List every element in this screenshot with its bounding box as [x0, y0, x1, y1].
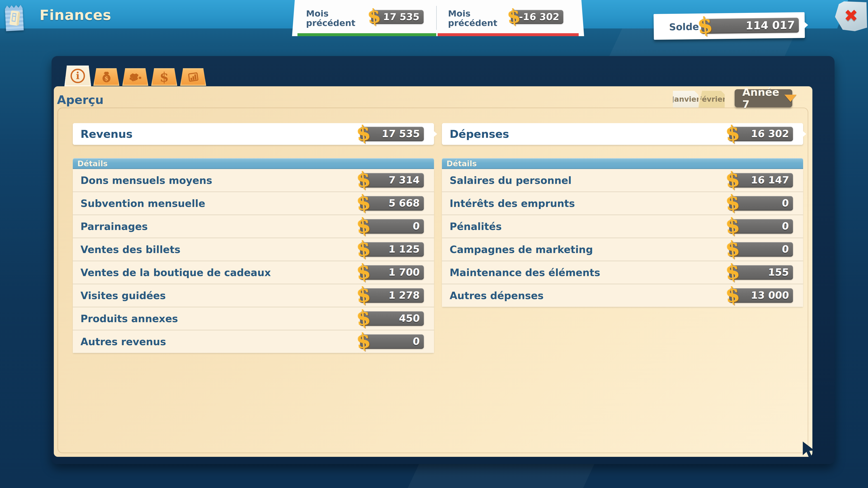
prev-month-expense-value: -16 302 — [519, 11, 560, 22]
close-button[interactable] — [835, 1, 867, 31]
year-dropdown[interactable]: Année 7 — [735, 89, 792, 107]
prev-month-income-chip: 17 535 — [371, 10, 424, 24]
balance-panel: Solde : 114 017 — [653, 12, 805, 40]
table-row: Produits annexes 450 — [73, 307, 434, 330]
table-row: Salaires du personnel 16 147 — [442, 169, 803, 192]
tab-overview[interactable] — [64, 66, 91, 86]
cursor-arrow — [802, 440, 816, 460]
tab-money[interactable] — [151, 68, 177, 86]
prev-month-income-value: 17 535 — [383, 11, 420, 22]
table-row: Autres revenus 0 — [73, 330, 434, 353]
table-row: Dons mensuels moyens 7 314 — [73, 169, 434, 192]
dollar-icon — [160, 69, 168, 85]
money-bag-icon: $ — [100, 71, 113, 84]
value-chip: 450 — [360, 311, 424, 326]
tab-sponsors[interactable] — [122, 68, 148, 86]
chevron-down-icon — [784, 95, 797, 102]
page-title: Finances — [39, 7, 111, 23]
svg-text:$: $ — [104, 75, 108, 82]
table-row: Pénalités 0 — [442, 215, 803, 238]
finances-ticket-icon — [4, 3, 24, 33]
value-chip: 0 — [360, 334, 424, 349]
expenses-title: Dépenses — [450, 128, 509, 140]
info-icon — [70, 69, 85, 83]
expense-indicator-bar — [438, 33, 579, 36]
expenses-rows: Salaires du personnel 16 147 Intérêts de… — [442, 169, 803, 307]
finances-window: $ Aperçu — [52, 56, 835, 464]
table-row: Campagnes de marketing 0 — [442, 238, 803, 261]
table-row: Maintenance des éléments 155 — [442, 261, 803, 284]
revenues-header-card: Revenus 17 535 — [73, 123, 434, 145]
revenues-rows: Dons mensuels moyens 7 314 Subvention me… — [73, 169, 434, 353]
expenses-header-card: Dépenses 16 302 — [442, 123, 803, 145]
value-chip: 0 — [360, 219, 424, 234]
revenues-title: Revenus — [81, 128, 132, 140]
table-row: Visites guidées 1 278 — [73, 284, 434, 307]
prev-month-expense-label: Mois précédent — [448, 9, 497, 28]
value-chip: 16 147 — [729, 173, 793, 188]
close-icon — [844, 6, 858, 25]
month-tab-janvier[interactable]: Janvier — [673, 91, 699, 107]
screen: Finances Mois précédent 17 535 Mois préc… — [0, 0, 868, 488]
handshake-icon — [129, 71, 142, 84]
divider — [436, 6, 437, 30]
expenses-column: Dépenses 16 302 Détails Salaires du pers… — [442, 123, 803, 145]
income-indicator-bar — [298, 33, 436, 36]
table-row: Intérêts des emprunts 0 — [442, 192, 803, 215]
year-label: Année 7 — [742, 86, 779, 110]
revenues-details-header: Détails — [73, 158, 434, 169]
balance-value: 114 017 — [745, 19, 795, 32]
prev-month-income-label: Mois précédent — [306, 9, 355, 28]
expenses-total-chip: 16 302 — [729, 127, 793, 141]
value-chip: 5 668 — [360, 196, 424, 210]
revenues-column: Revenus 17 535 Détails Dons mensuels moy… — [73, 123, 434, 145]
tab-donations[interactable]: $ — [93, 68, 119, 86]
month-tab-fevrier[interactable]: Février — [699, 91, 725, 107]
value-chip: 1 278 — [360, 288, 424, 303]
value-chip: 1 700 — [360, 265, 424, 280]
revenues-total: 17 535 — [381, 128, 420, 139]
tab-charts[interactable] — [180, 68, 206, 86]
section-title: Aperçu — [57, 93, 103, 107]
value-chip: 0 — [729, 196, 793, 210]
bar-chart-icon — [187, 71, 199, 84]
value-chip: 0 — [729, 242, 793, 257]
value-chip: 155 — [729, 265, 793, 280]
table-row: Ventes des billets 1 125 — [73, 238, 434, 261]
table-row: Parrainages 0 — [73, 215, 434, 238]
panel-body: Aperçu Janvier Février Année 7 Revenus 1… — [54, 86, 812, 457]
value-chip: 13 000 — [729, 288, 793, 303]
value-chip: 1 125 — [360, 242, 424, 257]
value-chip: 7 314 — [360, 173, 424, 188]
table-row: Autres dépenses 13 000 — [442, 284, 803, 307]
prev-month-expense-chip: -16 302 — [511, 10, 563, 24]
revenues-total-chip: 17 535 — [360, 127, 424, 141]
previous-month-summary: Mois précédent 17 535 Mois précédent -16… — [292, 0, 584, 36]
table-row: Subvention mensuelle 5 668 — [73, 192, 434, 215]
expenses-details-header: Détails — [442, 158, 803, 169]
value-chip: 0 — [729, 219, 793, 234]
balance-chip: 114 017 — [701, 18, 799, 34]
table-row: Ventes de la boutique de cadeaux 1 700 — [73, 261, 434, 284]
expenses-total: 16 302 — [750, 128, 789, 139]
